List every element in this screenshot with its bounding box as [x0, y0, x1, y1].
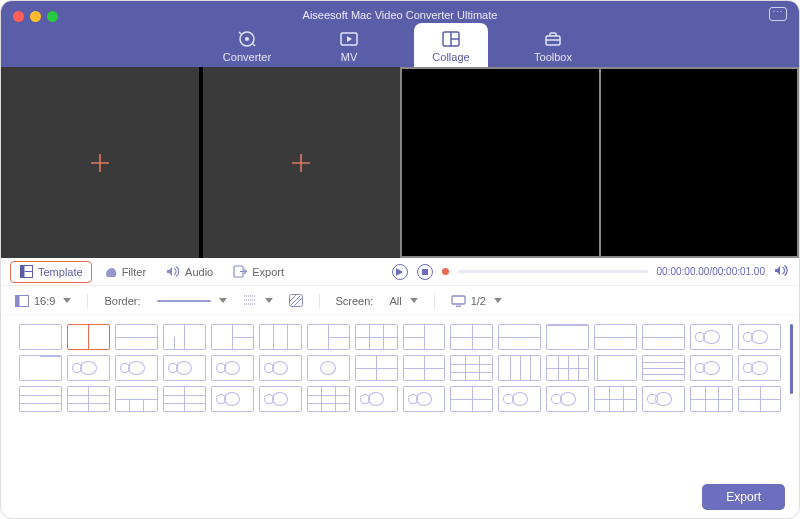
nav-mv[interactable]: MV — [312, 23, 386, 67]
template-thumb[interactable] — [163, 324, 206, 350]
template-thumb[interactable] — [67, 324, 110, 350]
template-thumb[interactable] — [738, 386, 781, 412]
template-thumb[interactable] — [403, 386, 446, 412]
template-thumb[interactable] — [67, 355, 110, 381]
edit-pane — [1, 67, 400, 258]
template-thumb[interactable] — [546, 324, 589, 350]
add-media-slot[interactable] — [203, 67, 401, 258]
template-thumb[interactable] — [115, 355, 158, 381]
template-thumb[interactable] — [546, 386, 589, 412]
nav-label: Collage — [432, 51, 469, 63]
template-thumb[interactable] — [690, 355, 733, 381]
playback-controls: 00:00:00.00/00:00:01.00 — [392, 263, 789, 281]
add-media-slot[interactable] — [1, 67, 199, 258]
app-window: Aiseesoft Mac Video Converter Ultimate C… — [0, 0, 800, 519]
tab-template[interactable]: Template — [11, 262, 91, 282]
screen-select[interactable]: All — [389, 295, 417, 307]
export-icon — [233, 265, 247, 279]
page-select[interactable]: 1/2 — [451, 295, 502, 307]
template-thumb[interactable] — [211, 386, 254, 412]
tab-label: Template — [38, 266, 83, 278]
converter-icon — [237, 30, 257, 48]
audio-icon — [166, 265, 180, 279]
separator — [319, 293, 320, 309]
template-thumb[interactable] — [738, 355, 781, 381]
chevron-down-icon — [494, 298, 502, 303]
template-thumb[interactable] — [498, 324, 541, 350]
tab-filter[interactable]: Filter — [95, 262, 154, 282]
footer: Export — [1, 476, 799, 518]
template-thumb[interactable] — [19, 324, 62, 350]
feedback-icon[interactable] — [769, 7, 787, 21]
template-thumb[interactable] — [498, 355, 541, 381]
stage — [1, 67, 799, 258]
border-preview — [157, 300, 211, 302]
template-thumb[interactable] — [307, 386, 350, 412]
filter-icon — [103, 265, 117, 279]
template-thumb[interactable] — [163, 355, 206, 381]
template-thumb[interactable] — [450, 355, 493, 381]
volume-icon[interactable] — [774, 263, 789, 281]
nav-converter[interactable]: Converter — [210, 23, 284, 67]
template-thumb[interactable] — [690, 324, 733, 350]
chevron-down-icon — [410, 298, 418, 303]
tab-export[interactable]: Export — [225, 262, 292, 282]
template-thumb[interactable] — [642, 324, 685, 350]
export-button[interactable]: Export — [702, 484, 785, 510]
nav-label: MV — [341, 51, 358, 63]
template-thumb[interactable] — [259, 386, 302, 412]
screen-value: All — [389, 295, 401, 307]
template-thumb[interactable] — [594, 355, 637, 381]
tab-label: Filter — [122, 266, 146, 278]
template-thumb[interactable] — [211, 324, 254, 350]
template-thumb[interactable] — [403, 324, 446, 350]
aspect-value: 16:9 — [34, 295, 55, 307]
template-thumb[interactable] — [211, 355, 254, 381]
time-display: 00:00:00.00/00:00:01.00 — [657, 266, 765, 277]
border-color-select[interactable] — [157, 298, 227, 303]
template-thumb[interactable] — [19, 386, 62, 412]
timeline-track[interactable] — [458, 270, 648, 273]
preview-slot — [601, 69, 798, 256]
template-thumb[interactable] — [67, 386, 110, 412]
template-thumb[interactable] — [259, 355, 302, 381]
template-thumb[interactable] — [307, 324, 350, 350]
template-thumb[interactable] — [259, 324, 302, 350]
main-nav: Converter MV Collage Toolbox — [1, 23, 799, 67]
border-pattern-select[interactable] — [289, 294, 303, 307]
svg-rect-16 — [422, 269, 428, 275]
template-thumb[interactable] — [355, 355, 398, 381]
template-thumb[interactable] — [642, 355, 685, 381]
stop-button[interactable] — [417, 264, 433, 280]
template-thumb[interactable] — [690, 386, 733, 412]
separator — [87, 293, 88, 309]
template-thumb[interactable] — [594, 324, 637, 350]
template-thumb[interactable] — [355, 324, 398, 350]
monitor-icon — [451, 295, 466, 307]
chevron-down-icon — [219, 298, 227, 303]
play-button[interactable] — [392, 264, 408, 280]
template-thumb[interactable] — [115, 386, 158, 412]
nav-collage[interactable]: Collage — [414, 23, 488, 67]
template-thumb[interactable] — [307, 355, 350, 381]
preview-slot — [402, 69, 599, 256]
template-thumb[interactable] — [738, 324, 781, 350]
playhead-icon[interactable] — [442, 268, 449, 275]
template-thumb[interactable] — [498, 386, 541, 412]
template-thumb[interactable] — [546, 355, 589, 381]
template-thumb[interactable] — [642, 386, 685, 412]
nav-toolbox[interactable]: Toolbox — [516, 23, 590, 67]
template-thumb[interactable] — [163, 386, 206, 412]
template-thumb[interactable] — [450, 324, 493, 350]
tab-audio[interactable]: Audio — [158, 262, 221, 282]
template-thumb[interactable] — [355, 386, 398, 412]
scrollbar[interactable] — [790, 324, 793, 394]
border-style-select[interactable] — [243, 294, 273, 307]
template-thumb[interactable] — [115, 324, 158, 350]
border-style-icon — [243, 294, 257, 307]
template-thumb[interactable] — [403, 355, 446, 381]
template-thumb[interactable] — [19, 355, 62, 381]
template-thumb[interactable] — [450, 386, 493, 412]
aspect-ratio-select[interactable]: 16:9 — [15, 295, 71, 307]
template-thumb[interactable] — [594, 386, 637, 412]
